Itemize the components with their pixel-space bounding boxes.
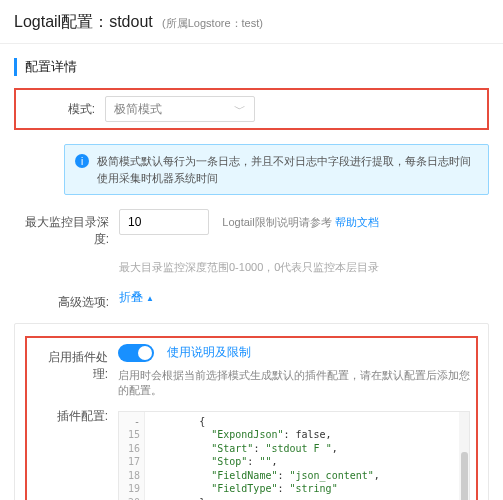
plugin-highlight: 启用插件处理: 使用说明及限制 启用时会根据当前选择模式生成默认的插件配置，请在… xyxy=(25,336,478,500)
section-title: 配置详情 xyxy=(14,58,503,76)
mode-select[interactable]: 极简模式 ﹀ xyxy=(105,96,255,122)
code-label: 插件配置: xyxy=(33,403,118,425)
plugin-toggle-row: 启用插件处理: 使用说明及限制 启用时会根据当前选择模式生成默认的插件配置，请在… xyxy=(33,344,470,399)
code-row: 插件配置: - 15 16 17 18 19 20 21 22 23 24 25… xyxy=(33,403,470,500)
page-header: Logtail配置：stdout (所属Logstore：test) xyxy=(0,0,503,44)
scroll-thumb[interactable] xyxy=(461,452,468,500)
depth-row: 最大监控目录深度: Logtail限制说明请参考 帮助文档 xyxy=(14,209,489,248)
collapse-toggle[interactable]: 折叠▲ xyxy=(119,290,154,304)
page-subtitle: (所属Logstore：test) xyxy=(162,17,263,29)
mode-row: 模式: 极简模式 ﹀ xyxy=(14,88,489,130)
triangle-up-icon: ▲ xyxy=(146,294,154,303)
mode-label: 模式: xyxy=(20,96,105,118)
plugin-label: 启用插件处理: xyxy=(33,344,118,383)
advanced-row: 高级选项: 折叠▲ xyxy=(14,289,489,311)
chevron-down-icon: ﹀ xyxy=(234,101,246,118)
help-link[interactable]: 帮助文档 xyxy=(335,216,379,228)
info-icon: i xyxy=(75,154,89,168)
advanced-panel: 启用插件处理: 使用说明及限制 启用时会根据当前选择模式生成默认的插件配置，请在… xyxy=(14,323,489,500)
code-content[interactable]: { "ExpondJson": false, "Start": "stdout … xyxy=(145,412,459,500)
page-title: Logtail配置：stdout xyxy=(14,13,153,30)
depth-input[interactable] xyxy=(119,209,209,235)
depth-sub-hint: 最大目录监控深度范围0-1000，0代表只监控本层目录 xyxy=(119,260,489,275)
depth-hint: Logtail限制说明请参考 帮助文档 xyxy=(222,216,378,228)
plugin-desc: 启用时会根据当前选择模式生成默认的插件配置，请在默认配置后添加您的配置。 xyxy=(118,368,470,399)
alert-text: 极简模式默认每行为一条日志，并且不对日志中字段进行提取，每条日志时间使用采集时机… xyxy=(97,153,478,186)
scrollbar[interactable] xyxy=(459,412,469,500)
plugin-toggle[interactable] xyxy=(118,344,154,362)
code-gutter: - 15 16 17 18 19 20 21 22 23 24 25 26 - … xyxy=(119,412,145,500)
advanced-label: 高级选项: xyxy=(14,289,119,311)
code-editor[interactable]: - 15 16 17 18 19 20 21 22 23 24 25 26 - … xyxy=(118,411,470,500)
config-content: 模式: 极简模式 ﹀ i 极简模式默认每行为一条日志，并且不对日志中字段进行提取… xyxy=(0,88,503,500)
depth-label: 最大监控目录深度: xyxy=(14,209,119,248)
info-alert: i 极简模式默认每行为一条日志，并且不对日志中字段进行提取，每条日志时间使用采集… xyxy=(64,144,489,195)
plugin-help-link[interactable]: 使用说明及限制 xyxy=(167,345,251,359)
mode-value: 极简模式 xyxy=(114,101,162,118)
